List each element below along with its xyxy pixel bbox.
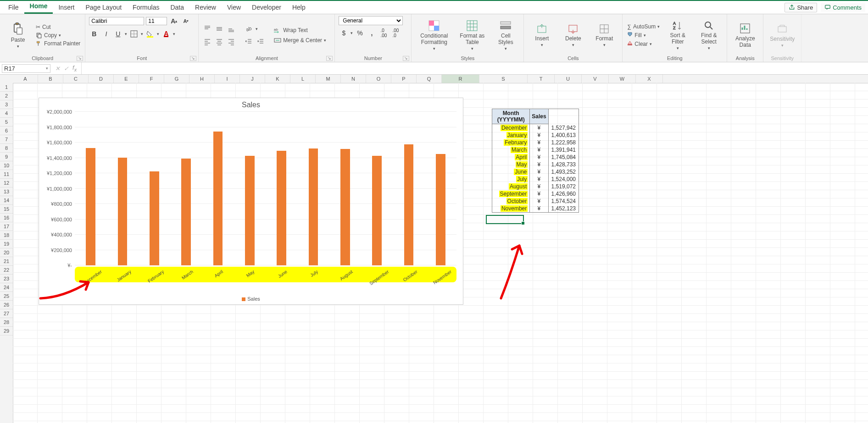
copy-button[interactable]: Copy ▾	[35, 32, 81, 39]
row-header[interactable]: 25	[0, 292, 13, 301]
column-header[interactable]: U	[555, 75, 582, 83]
format-as-table-button[interactable]: Format as Table▾	[456, 18, 489, 53]
insert-cells-button[interactable]: Insert▾	[528, 22, 556, 49]
cell-styles-button[interactable]: Cell Styles▾	[491, 18, 520, 53]
row-header[interactable]: 12	[0, 179, 13, 187]
row-header[interactable]: 3	[0, 100, 13, 109]
tab-view[interactable]: View	[222, 2, 246, 14]
decrease-indent-icon[interactable]	[244, 37, 254, 47]
bar[interactable]	[277, 151, 286, 265]
tab-page-layout[interactable]: Page Layout	[80, 2, 127, 14]
row-header[interactable]: 19	[0, 240, 13, 248]
tab-insert[interactable]: Insert	[53, 2, 80, 14]
row-header[interactable]: 18	[0, 231, 13, 240]
tab-file[interactable]: File	[3, 2, 24, 14]
row-header[interactable]: 1	[0, 83, 13, 92]
row-header[interactable]: 7	[0, 135, 13, 144]
italic-button[interactable]: I	[101, 29, 111, 39]
table-row[interactable]: July¥1,524,000	[492, 176, 579, 183]
table-row[interactable]: June¥1,493,252	[492, 168, 579, 176]
comments-button[interactable]: Comments	[821, 3, 865, 12]
table-row[interactable]: March¥1,391,941	[492, 146, 579, 154]
font-color-button[interactable]: A	[161, 29, 171, 39]
chevron-down-icon[interactable]: ▾	[125, 32, 127, 36]
cut-button[interactable]: ✂ Cut	[35, 23, 81, 31]
row-header[interactable]: 23	[0, 275, 13, 283]
align-bottom-icon[interactable]	[226, 24, 236, 34]
name-box[interactable]: R17 ▾	[2, 64, 50, 73]
analyze-data-button[interactable]: Analyze Data	[731, 21, 759, 50]
sensitivity-button[interactable]: Sensitivity▾	[767, 21, 797, 49]
font-size-combo[interactable]	[146, 17, 167, 25]
column-header[interactable]: A	[13, 75, 38, 83]
bar[interactable]	[340, 149, 350, 265]
tab-help[interactable]: Help	[287, 2, 311, 14]
embedded-chart[interactable]: Sales ¥-¥200,000¥400,000¥600,000¥800,000…	[39, 98, 463, 305]
bar[interactable]	[150, 171, 159, 265]
column-header[interactable]: J	[240, 75, 265, 83]
row-header[interactable]: 22	[0, 266, 13, 275]
bar[interactable]	[404, 144, 414, 265]
column-header[interactable]: B	[38, 75, 63, 83]
dialog-launcher-icon[interactable]: ↘	[77, 56, 83, 61]
tab-review[interactable]: Review	[189, 2, 222, 14]
formula-bar[interactable]	[81, 62, 868, 74]
table-row[interactable]: August¥1,519,072	[492, 183, 579, 190]
enter-formula-icon[interactable]: ✓	[64, 65, 69, 72]
column-header[interactable]: T	[528, 75, 555, 83]
column-header[interactable]: E	[114, 75, 139, 83]
bar[interactable]	[309, 148, 318, 265]
clear-button[interactable]: Clear ▾	[626, 40, 661, 48]
row-header[interactable]: 9	[0, 153, 13, 161]
column-header[interactable]: V	[582, 75, 609, 83]
bar[interactable]	[181, 159, 191, 265]
tab-formulas[interactable]: Formulas	[127, 2, 165, 14]
row-header[interactable]: 10	[0, 161, 13, 170]
find-select-button[interactable]: Find & Select▾	[695, 18, 723, 52]
decrease-font-icon[interactable]: A▾	[181, 16, 191, 26]
row-header[interactable]: 2	[0, 92, 13, 100]
dialog-launcher-icon[interactable]: ↘	[190, 56, 196, 61]
chevron-down-icon[interactable]: ▾	[141, 32, 143, 36]
column-header[interactable]: G	[164, 75, 189, 83]
bar[interactable]	[213, 132, 223, 265]
decrease-decimal-icon[interactable]: .00.0	[390, 28, 401, 38]
align-left-icon[interactable]	[202, 37, 212, 47]
bar[interactable]	[436, 154, 445, 265]
column-header[interactable]: D	[89, 75, 114, 83]
column-header[interactable]: K	[265, 75, 290, 83]
delete-cells-button[interactable]: Delete▾	[559, 22, 587, 49]
row-header[interactable]: 29	[0, 327, 13, 335]
fill-color-button[interactable]	[145, 29, 155, 39]
conditional-formatting-button[interactable]: Conditional Formatting▾	[415, 18, 453, 53]
column-header[interactable]: X	[636, 75, 663, 83]
align-top-icon[interactable]	[202, 24, 212, 34]
increase-indent-icon[interactable]	[256, 37, 266, 47]
percent-format-icon[interactable]: %	[355, 28, 365, 38]
wrap-text-button[interactable]: ab Wrap Text	[273, 27, 327, 34]
table-row[interactable]: October¥1,574,524	[492, 198, 579, 205]
table-row[interactable]: February¥1,222,958	[492, 139, 579, 146]
bar[interactable]	[245, 156, 255, 265]
number-format-combo[interactable]: General	[339, 16, 403, 25]
cancel-formula-icon[interactable]: ✕	[55, 65, 60, 72]
align-right-icon[interactable]	[226, 37, 236, 47]
column-header[interactable]: P	[391, 75, 417, 83]
column-header[interactable]: Q	[417, 75, 442, 83]
row-header[interactable]: 17	[0, 222, 13, 231]
row-header[interactable]: 16	[0, 214, 13, 222]
autosum-button[interactable]: ∑ AutoSum ▾	[626, 23, 661, 30]
dialog-launcher-icon[interactable]: ↘	[403, 56, 409, 61]
orientation-icon[interactable]: ab	[244, 24, 254, 34]
column-header[interactable]: W	[609, 75, 636, 83]
tab-developer[interactable]: Developer	[246, 2, 287, 14]
increase-font-icon[interactable]: A▴	[169, 16, 179, 26]
dialog-launcher-icon[interactable]: ↘	[326, 56, 333, 61]
bar[interactable]	[86, 148, 95, 265]
chevron-down-icon[interactable]: ▾	[157, 32, 159, 36]
chevron-down-icon[interactable]: ▾	[173, 32, 175, 36]
share-button[interactable]: Share	[785, 3, 817, 12]
align-middle-icon[interactable]	[214, 24, 224, 34]
tab-data[interactable]: Data	[165, 2, 189, 14]
column-header[interactable]: I	[215, 75, 240, 83]
